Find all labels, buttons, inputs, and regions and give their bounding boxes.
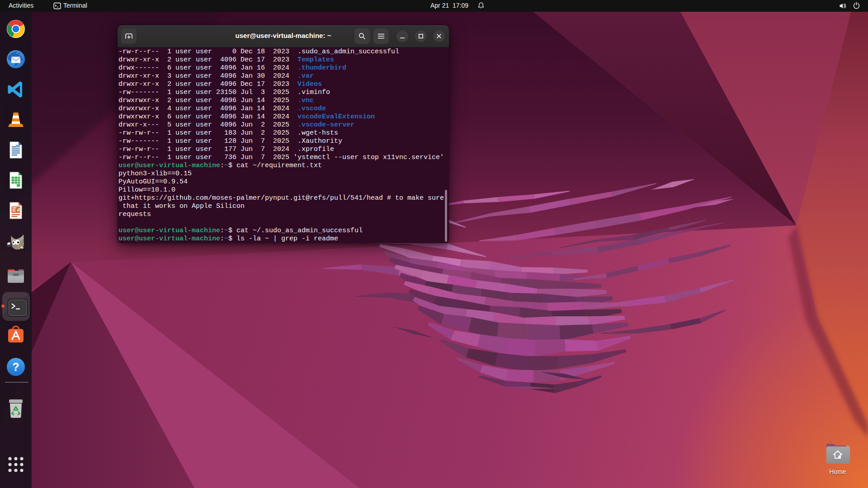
svg-text:?: ?: [12, 361, 19, 373]
